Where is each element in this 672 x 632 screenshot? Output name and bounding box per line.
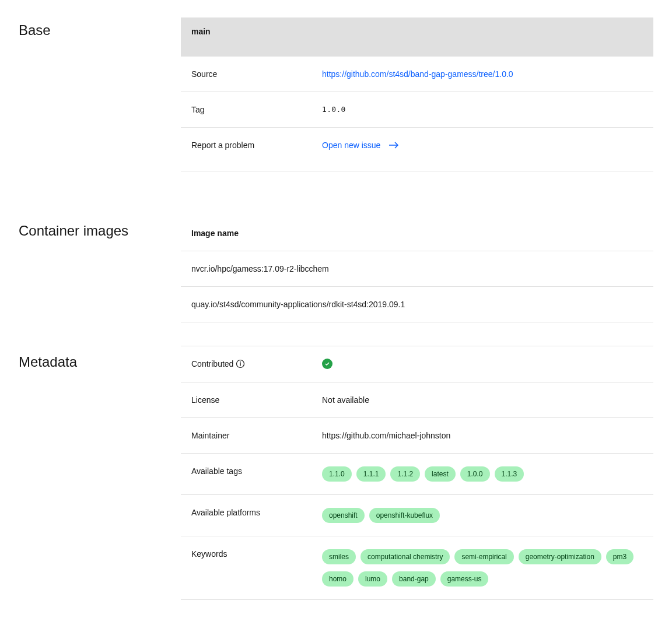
license-value: Not available (322, 395, 643, 405)
metadata-content: Contributed License Not a (181, 346, 653, 600)
image-name-header-text: Image name (191, 229, 239, 238)
report-row: Report a problem Open new issue (181, 128, 653, 171)
svg-point-1 (240, 361, 241, 363)
tag-available-platform[interactable]: openshift-kubeflux (369, 508, 440, 523)
container-images-content: Image name nvcr.io/hpc/gamess:17.09-r2-l… (181, 218, 653, 322)
tag-label: Tag (191, 105, 322, 114)
section-title-container-images: Container images (19, 218, 181, 239)
tag-keyword[interactable]: pm3 (606, 549, 634, 564)
tag-row: Tag 1.0.0 (181, 92, 653, 128)
tag-available-tag[interactable]: latest (425, 466, 456, 482)
arrow-right-icon (388, 141, 399, 149)
maintainer-row: Maintainer https://github.com/michael-jo… (181, 418, 653, 454)
contributed-row: Contributed (181, 346, 653, 382)
tag-keyword[interactable]: computational chemistry (360, 549, 450, 564)
open-issue-text: Open new issue (322, 141, 380, 150)
metadata-section: Metadata Contributed (19, 346, 653, 600)
tag-keyword[interactable]: smiles (322, 549, 356, 564)
open-issue-link[interactable]: Open new issue (322, 141, 399, 150)
svg-rect-2 (240, 363, 241, 366)
contributed-label: Contributed (191, 359, 233, 368)
base-header-bar: main (181, 17, 653, 57)
tag-available-tag[interactable]: 1.1.0 (322, 466, 352, 482)
base-content: main Source https://github.com/st4sd/ban… (181, 17, 653, 171)
container-images-section: Container images Image name nvcr.io/hpc/… (19, 218, 653, 322)
tag-available-tag[interactable]: 1.1.3 (495, 466, 524, 482)
report-label: Report a problem (191, 141, 322, 150)
maintainer-label: Maintainer (191, 431, 322, 440)
tag-keyword[interactable]: band-gap (392, 571, 436, 587)
source-value: https://github.com/st4sd/band-gap-gamess… (322, 69, 643, 79)
keywords-row: Keywords smilescomputational chemistryse… (181, 536, 653, 600)
keywords-label: Keywords (191, 549, 322, 559)
keywords-value: smilescomputational chemistrysemi-empiri… (322, 549, 643, 587)
source-label: Source (191, 69, 322, 79)
section-title-base: Base (19, 17, 181, 38)
check-circle-icon (322, 359, 332, 369)
image-row: nvcr.io/hpc/gamess:17.09-r2-libcchem (181, 251, 653, 287)
tag-keyword[interactable]: gamess-us (440, 571, 489, 587)
source-link[interactable]: https://github.com/st4sd/band-gap-gamess… (322, 69, 513, 79)
maintainer-value: https://github.com/michael-johnston (322, 431, 643, 440)
available-platforms-value: openshiftopenshift-kubeflux (322, 508, 643, 523)
report-value: Open new issue (322, 141, 643, 150)
contributed-value (322, 359, 643, 369)
tag-keyword[interactable]: semi-empirical (454, 549, 513, 564)
tag-keyword[interactable]: lumo (358, 571, 387, 587)
available-tags-label: Available tags (191, 466, 322, 476)
available-tags-value: 1.1.01.1.11.1.2latest1.0.01.1.3 (322, 466, 643, 482)
available-platforms-label: Available platforms (191, 508, 322, 517)
base-section: Base main Source https://github.com/st4s… (19, 17, 653, 171)
source-row: Source https://github.com/st4sd/band-gap… (181, 57, 653, 92)
available-tags-row: Available tags 1.1.01.1.11.1.2latest1.0.… (181, 454, 653, 495)
tag-available-tag[interactable]: 1.1.2 (390, 466, 420, 482)
base-header-text: main (191, 27, 211, 36)
tag-available-tag[interactable]: 1.0.0 (460, 466, 490, 482)
tag-available-tag[interactable]: 1.1.1 (356, 466, 386, 482)
tag-available-platform[interactable]: openshift (322, 508, 365, 523)
image-row: quay.io/st4sd/community-applications/rdk… (181, 287, 653, 322)
license-label: License (191, 395, 322, 405)
info-icon[interactable] (236, 359, 245, 368)
tag-keyword[interactable]: geometry-optimization (519, 549, 601, 564)
available-platforms-row: Available platforms openshiftopenshift-k… (181, 495, 653, 536)
license-row: License Not available (181, 382, 653, 418)
tag-keyword[interactable]: homo (322, 571, 354, 587)
contributed-label-wrap: Contributed (191, 359, 322, 368)
tag-value: 1.0.0 (322, 105, 643, 114)
image-name-header: Image name (181, 218, 653, 251)
section-title-metadata: Metadata (19, 346, 181, 370)
